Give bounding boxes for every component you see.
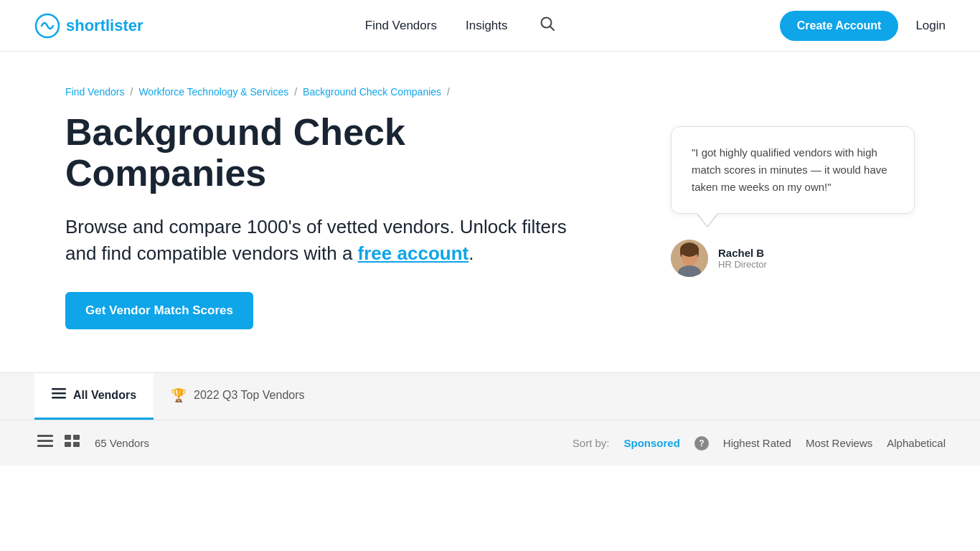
svg-rect-10 [52, 392, 66, 395]
hero-left: Background Check Companies Browse and co… [65, 112, 582, 329]
tabs-bar: All Vendors 🏆 2022 Q3 Top Vendors [0, 372, 980, 420]
free-account-link[interactable]: free account [358, 242, 469, 264]
tab-all-vendors-label: All Vendors [73, 389, 136, 402]
grid-view-button[interactable] [62, 432, 83, 454]
nav-find-vendors[interactable]: Find Vendors [365, 19, 437, 33]
author-info: Rachel B HR Director [718, 247, 767, 270]
breadcrumb: Find Vendors / Workforce Technology & Se… [65, 86, 915, 98]
svg-rect-11 [52, 397, 66, 399]
testimonial-area: "I got highly qualified vendors with hig… [671, 126, 915, 277]
sponsored-help-icon[interactable]: ? [694, 436, 709, 451]
breadcrumb-current[interactable]: Background Check Companies [303, 86, 441, 98]
breadcrumb-workforce[interactable]: Workforce Technology & Services [138, 86, 288, 98]
svg-point-6 [680, 242, 699, 257]
create-account-button[interactable]: Create Account [780, 11, 899, 41]
logo-text: shortlister [66, 17, 143, 35]
logo[interactable]: shortlister [34, 13, 143, 39]
list-icon [52, 388, 66, 403]
nav-right: Create Account Login [780, 11, 946, 41]
tab-all-vendors[interactable]: All Vendors [34, 373, 154, 420]
svg-rect-13 [37, 440, 53, 442]
avatar [671, 240, 708, 277]
svg-rect-12 [37, 435, 53, 437]
bottom-left: 65 Vendors [34, 432, 149, 454]
breadcrumb-find-vendors[interactable]: Find Vendors [65, 86, 125, 98]
main-content: Find Vendors / Workforce Technology & Se… [31, 52, 949, 372]
svg-rect-18 [73, 442, 80, 447]
nav-insights[interactable]: Insights [466, 19, 508, 33]
hero-desc-text: Browse and compare 1000's of vetted vend… [65, 216, 567, 263]
sort-alphabetical[interactable]: Alphabetical [887, 437, 946, 449]
svg-rect-9 [52, 388, 66, 390]
svg-rect-14 [37, 445, 53, 447]
site-header: shortlister Find Vendors Insights Create… [0, 0, 980, 52]
breadcrumb-sep-1: / [131, 86, 133, 98]
tab-top-vendors[interactable]: 🏆 2022 Q3 Top Vendors [154, 373, 322, 420]
vendor-count: 65 Vendors [95, 437, 149, 449]
author-title: HR Director [718, 259, 767, 270]
breadcrumb-sep-2: / [294, 86, 297, 98]
cta-button[interactable]: Get Vendor Match Scores [65, 292, 253, 329]
svg-rect-16 [73, 435, 80, 440]
svg-line-2 [550, 27, 554, 31]
svg-rect-15 [65, 435, 71, 440]
login-link[interactable]: Login [915, 19, 946, 33]
svg-rect-17 [65, 442, 71, 447]
sort-most-reviews[interactable]: Most Reviews [806, 437, 872, 449]
main-nav: Find Vendors Insights [365, 13, 558, 38]
trophy-icon: 🏆 [171, 387, 187, 403]
testimonial-quote: "I got highly qualified vendors with hig… [692, 144, 894, 196]
sort-sponsored[interactable]: Sponsored [624, 437, 680, 449]
hero-section: Background Check Companies Browse and co… [65, 112, 915, 372]
list-view-button[interactable] [34, 432, 56, 454]
testimonial-author: Rachel B HR Director [671, 240, 915, 277]
testimonial-bubble: "I got highly qualified vendors with hig… [671, 126, 915, 214]
bottom-bar: 65 Vendors Sort by: Sponsored ? Highest … [0, 420, 980, 466]
hero-period: . [468, 242, 473, 264]
author-name: Rachel B [718, 247, 767, 259]
sort-controls: Sort by: Sponsored ? Highest Rated Most … [573, 436, 946, 451]
sort-highest-rated[interactable]: Highest Rated [723, 437, 791, 449]
view-icons [34, 432, 83, 454]
hero-description: Browse and compare 1000's of vetted vend… [65, 214, 582, 266]
breadcrumb-sep-3: / [447, 86, 450, 98]
sort-label: Sort by: [573, 437, 610, 449]
tab-top-vendors-label: 2022 Q3 Top Vendors [194, 389, 305, 402]
page-title: Background Check Companies [65, 112, 582, 194]
search-button[interactable] [537, 13, 558, 38]
